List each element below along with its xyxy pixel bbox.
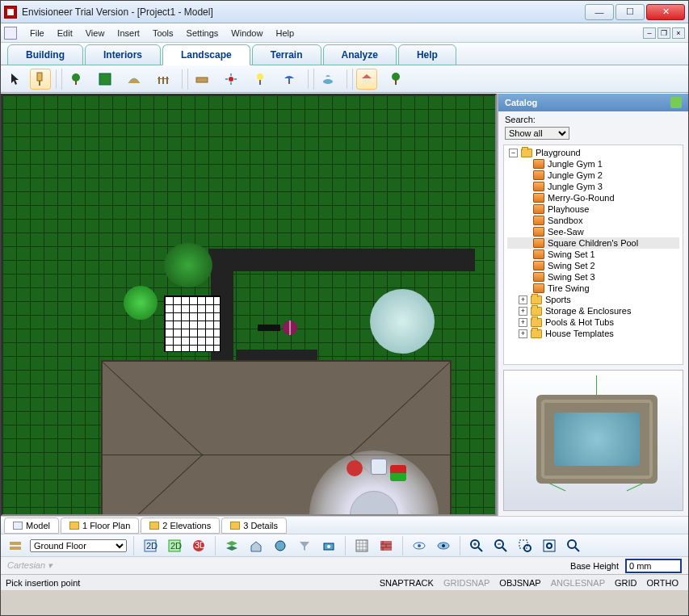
tab-help[interactable]: Help — [398, 44, 456, 65]
radial-2d-icon[interactable] — [371, 459, 387, 475]
model-viewport[interactable] — [1, 94, 497, 516]
camera-button[interactable] — [319, 536, 338, 555]
snap-grid[interactable]: GRID — [610, 576, 642, 589]
paint-tool[interactable] — [30, 69, 51, 90]
filter-button[interactable] — [295, 536, 314, 555]
tree-item[interactable]: Sandbox — [507, 215, 679, 226]
expand-icon[interactable]: + — [519, 295, 527, 304]
mdi-close-button[interactable]: × — [672, 27, 685, 39]
select-tool[interactable] — [6, 69, 27, 90]
tree-item[interactable]: Jungle Gym 2 — [507, 170, 679, 181]
eye-wire-button[interactable] — [410, 536, 429, 555]
menu-help[interactable]: Help — [269, 26, 300, 40]
expand-icon[interactable]: + — [519, 318, 527, 327]
plants-tool[interactable] — [65, 69, 86, 90]
tree-item[interactable]: Jungle Gym 3 — [507, 181, 679, 192]
zoom-in-button[interactable] — [467, 536, 486, 555]
catalog-settings-icon[interactable] — [670, 97, 682, 108]
snap-snaptrack[interactable]: SNAPTRACK — [375, 576, 439, 589]
menu-window[interactable]: Window — [225, 26, 269, 40]
viewtab-details[interactable]: 3 Details — [221, 518, 287, 534]
floor-select[interactable]: Ground Floor — [30, 539, 127, 552]
tab-landscape[interactable]: Landscape — [162, 44, 250, 65]
viewtab-elevations[interactable]: 2 Elevations — [141, 518, 220, 534]
edging-tool[interactable] — [124, 69, 145, 90]
tree-folder[interactable]: +Storage & Enclosures — [507, 305, 679, 316]
snap-objsnap[interactable]: OBJSNAP — [494, 576, 545, 589]
zoom-fit-button[interactable] — [540, 536, 559, 555]
object-icon — [533, 272, 544, 282]
tree-item[interactable]: Jungle Gym 1 — [507, 158, 679, 170]
globe-button[interactable] — [271, 536, 290, 555]
tree-item[interactable]: Square Children's Pool — [507, 237, 679, 249]
layers-button[interactable] — [222, 536, 242, 555]
catalog-tree[interactable]: −Playground Jungle Gym 1Jungle Gym 2Jung… — [503, 145, 683, 365]
minimize-button[interactable]: — — [585, 4, 614, 20]
mdi-restore-button[interactable]: ❐ — [657, 27, 670, 39]
tree-item[interactable]: Merry-Go-Round — [507, 192, 679, 203]
shade-tool[interactable] — [279, 69, 300, 90]
tree-item[interactable]: Playhouse — [507, 203, 679, 215]
svg-text:3D: 3D — [195, 540, 206, 550]
tree-tool[interactable] — [385, 69, 406, 90]
water-tool[interactable] — [317, 69, 338, 90]
base-height-label: Base Height — [570, 561, 619, 571]
view-2d-button[interactable]: 2D — [141, 536, 160, 555]
snap-anglesnap[interactable]: ANGLESNAP — [546, 576, 610, 589]
menu-file[interactable]: File — [23, 26, 51, 40]
expand-icon[interactable]: + — [519, 329, 527, 338]
tree-folder-playground[interactable]: −Playground — [507, 147, 679, 158]
eye-solid-button[interactable] — [434, 536, 453, 555]
deck-tool[interactable] — [191, 69, 212, 90]
menu-settings[interactable]: Settings — [180, 26, 225, 40]
svg-rect-3 — [75, 81, 77, 85]
tree-folder[interactable]: +House Templates — [507, 328, 679, 339]
irrigation-tool[interactable] — [221, 69, 242, 90]
menu-view[interactable]: View — [79, 26, 111, 40]
menu-edit[interactable]: Edit — [51, 26, 79, 40]
zoom-extra-button[interactable] — [564, 536, 583, 555]
close-button[interactable]: ✕ — [646, 4, 685, 20]
radial-swatch-icon[interactable] — [390, 465, 406, 481]
lighting-tool[interactable] — [250, 69, 271, 90]
zoom-out-button[interactable] — [491, 536, 510, 555]
hatch-button[interactable] — [352, 536, 372, 555]
buildings-tool[interactable] — [356, 69, 377, 90]
coord-mode[interactable]: Cartesian ▾ — [7, 560, 53, 571]
viewtab-floorplan[interactable]: 1 Floor Plan — [61, 518, 139, 534]
fence-tool[interactable] — [153, 69, 174, 90]
radial-3d-icon[interactable] — [347, 460, 363, 476]
house-button[interactable] — [246, 536, 266, 555]
shrub-icon — [124, 286, 158, 320]
tab-building[interactable]: Building — [7, 44, 83, 65]
folder-icon — [521, 149, 532, 157]
tab-interiors[interactable]: Interiors — [85, 44, 161, 65]
tab-terrain[interactable]: Terrain — [252, 44, 321, 65]
tree-item[interactable]: Swing Set 2 — [507, 260, 679, 271]
mdi-minimize-button[interactable]: – — [643, 27, 656, 39]
tab-analyze[interactable]: Analyze — [323, 44, 397, 65]
menu-insert[interactable]: Insert — [111, 26, 146, 40]
expand-icon[interactable]: + — [519, 307, 527, 316]
tree-item[interactable]: Swing Set 3 — [507, 271, 679, 283]
fill-tool[interactable] — [95, 69, 116, 90]
maximize-button[interactable]: ☐ — [615, 4, 645, 20]
tree-folder[interactable]: +Sports — [507, 294, 679, 305]
view-2d-shade-button[interactable]: 2D — [165, 536, 184, 555]
snap-ortho[interactable]: ORTHO — [641, 576, 683, 589]
viewtab-model[interactable]: Model — [4, 518, 59, 534]
zoom-window-button[interactable] — [515, 536, 535, 555]
search-dropdown[interactable]: Show all — [505, 127, 569, 140]
view-3d-button[interactable]: 3D — [189, 536, 208, 555]
collapse-icon[interactable]: − — [509, 149, 518, 157]
floor-icon[interactable] — [6, 536, 25, 555]
base-height-input[interactable] — [625, 559, 682, 573]
tree-folder[interactable]: +Pools & Hot Tubs — [507, 316, 679, 328]
tree-item[interactable]: Swing Set 1 — [507, 249, 679, 260]
menu-tools[interactable]: Tools — [146, 26, 180, 40]
radial-center[interactable] — [350, 491, 398, 516]
snap-gridsnap[interactable]: GRIDSNAP — [439, 576, 494, 589]
tree-item[interactable]: Tire Swing — [507, 283, 679, 294]
tree-item[interactable]: See-Saw — [507, 226, 679, 237]
brick-button[interactable] — [376, 536, 396, 555]
